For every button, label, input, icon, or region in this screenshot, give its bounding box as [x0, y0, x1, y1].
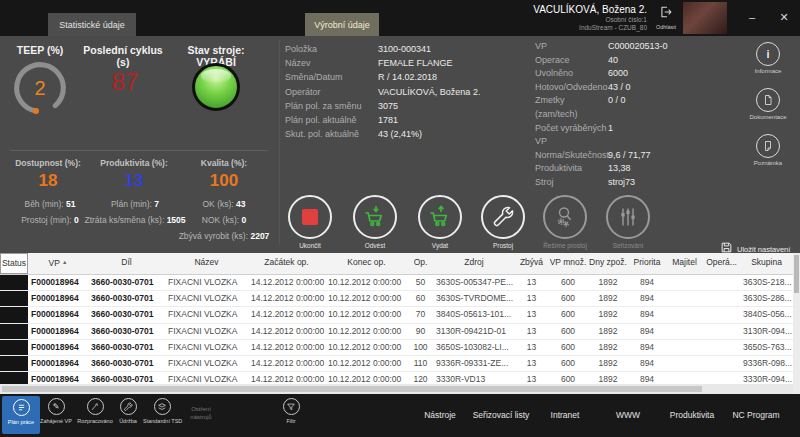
col-header-skupina[interactable]: Skupina	[740, 253, 793, 274]
col-header-majitel[interactable]: Majitel	[666, 253, 703, 274]
link-produktivita[interactable]: Produktivita	[662, 410, 722, 420]
issue-button[interactable]: Vydat	[408, 195, 472, 249]
taskbar: Plán práce ✎ Zahájené VP Rozpracováno Úd…	[0, 394, 800, 437]
close-button[interactable]: ✕	[774, 7, 794, 27]
minimize-button[interactable]: –	[742, 7, 762, 27]
zahajene-vp-label: Zahájené VP	[37, 418, 75, 424]
col-header-status[interactable]: Status	[0, 253, 28, 274]
taskbar-item-filtr[interactable]: Filtr	[272, 398, 310, 424]
plan-prace-label: Plán práce	[2, 419, 40, 425]
status-cell	[0, 340, 28, 355]
downtime-button[interactable]: Prostoj	[471, 195, 535, 249]
shift-label: Směna/Datum	[285, 70, 378, 84]
col-header-nazev[interactable]: Název	[165, 253, 248, 274]
taskbar-item-plan-prace[interactable]: Plán práce	[2, 396, 40, 434]
status-cell	[0, 356, 28, 371]
taskbar-item-standardni-tsd[interactable]: Standardní TSD	[143, 398, 181, 424]
document-icon	[756, 88, 780, 112]
note-icon	[756, 134, 780, 158]
nok-value: 0	[241, 215, 246, 225]
logout-label: Odhlásit	[650, 24, 682, 30]
link-www[interactable]: WWW	[603, 410, 653, 420]
downtime-label: Prostoj (min):	[21, 215, 72, 225]
user-name: VACULÍKOVÁ, Božena 2.	[533, 3, 647, 16]
col-header-zacatek[interactable]: Začátek op.	[248, 253, 325, 274]
vertical-scrollbar[interactable]	[793, 253, 800, 394]
table-row[interactable]: F000018964 3660-0030-0701 FIXACNI VLOZKA…	[0, 356, 793, 372]
order-info-panel: VPC000020513-0 Operace40 Uvolněno6000 Ho…	[535, 40, 740, 190]
col-header-dil[interactable]: Díl	[88, 253, 165, 274]
col-header-op[interactable]: Op.	[408, 253, 433, 274]
setup-button[interactable]: Seřizování	[596, 195, 660, 249]
col-header-dny-zpoz[interactable]: Dny zpož.	[588, 253, 628, 274]
information-label: Informace	[742, 68, 794, 74]
done-value: 43 / 0	[608, 81, 631, 95]
col-header-vp-mnoz[interactable]: VP množ.	[548, 253, 588, 274]
name-value: FEMALE FLANGE	[378, 56, 453, 70]
col-header-vp-label: VP	[49, 258, 60, 268]
udrzba-label: Údržba	[109, 418, 147, 424]
link-intranet[interactable]: Intranet	[540, 410, 590, 420]
horizontal-scrollbar[interactable]	[0, 384, 793, 394]
plan-shift-value: 3075	[378, 99, 398, 113]
col-header-opera[interactable]: Operá...	[703, 253, 740, 274]
link-nastroje[interactable]: Nástroje	[415, 410, 465, 420]
link-nc-program[interactable]: NC Program	[725, 410, 787, 420]
col-header-priorita[interactable]: Priorita	[628, 253, 666, 274]
taskbar-item-udrzba[interactable]: Údržba	[109, 398, 147, 424]
finish-button[interactable]: Ukončit	[278, 195, 342, 249]
table-row[interactable]: F000018964 3660-0030-0701 FIXACNI VLOZKA…	[0, 275, 793, 291]
taskbar-item-zahajene-vp[interactable]: ✎ Zahájené VP	[37, 398, 75, 424]
table-row[interactable]: F000018964 3660-0030-0701 FIXACNI VLOZKA…	[0, 307, 793, 323]
note-button[interactable]: Poznámka	[742, 134, 794, 166]
tab-statistical-data[interactable]: Statistické údaje	[48, 13, 136, 36]
teep-header: TEEP (%)	[10, 44, 70, 56]
operation-value: 40	[608, 54, 618, 68]
item-value: 3100-000341	[378, 42, 431, 56]
scrap-value: 0 / 0	[608, 94, 626, 121]
col-header-vp[interactable]: VP▲	[28, 253, 88, 274]
documentation-button[interactable]: Dokumentace	[742, 88, 794, 120]
stop-icon	[302, 209, 318, 225]
deliver-button[interactable]: Odvést	[343, 195, 407, 249]
vertical-scroll-thumb[interactable]	[794, 255, 799, 293]
production-info-panel: Položka3100-000341 NázevFEMALE FLANGE Sm…	[285, 42, 530, 141]
wrench-icon	[481, 195, 525, 239]
nok-label: NOK (ks):	[202, 215, 239, 225]
actual-current-label: Skut. pol. aktuálně	[285, 127, 378, 141]
solve-downtime-button[interactable]: Řešíme prostoj	[533, 195, 597, 249]
status-cell	[0, 291, 28, 306]
scrap-label: Zmetky (zam/tech)	[535, 94, 608, 121]
table-row[interactable]: F000018964 3660-0030-0701 FIXACNI VLOZKA…	[0, 340, 793, 356]
status-cell	[0, 275, 28, 290]
vp-count-label: Počet vyráběných VP	[535, 122, 608, 149]
col-header-zdroj[interactable]: Zdroj	[433, 253, 515, 274]
link-serizovaci-listy[interactable]: Seřizovací listy	[466, 410, 536, 420]
gear-icon	[87, 398, 104, 415]
table-row[interactable]: F000018964 3660-0030-0701 FIXACNI VLOZKA…	[0, 291, 793, 307]
plan-value: 7	[154, 199, 159, 209]
filtr-label: Filtr	[272, 418, 310, 424]
col-header-konec[interactable]: Konec op.	[325, 253, 408, 274]
machine-label: Stroj	[535, 176, 608, 190]
ok-label: OK (ks):	[202, 199, 233, 209]
information-button[interactable]: i Informace	[742, 42, 794, 74]
horizontal-scroll-thumb[interactable]	[2, 386, 702, 392]
user-info: VACULÍKOVÁ, Božena 2. Osobní číslo:1 Ind…	[533, 3, 647, 32]
panel-divider	[10, 150, 268, 151]
detail-col-ok: OK (ks): 43 NOK (ks): 0 Zbývá vyrobit (k…	[168, 196, 280, 244]
loss-label: Ztráta ks/směna (ks):	[84, 215, 164, 225]
machine-state-light[interactable]	[192, 63, 240, 111]
norm-value: 9,6 / 71,77	[608, 149, 651, 163]
tab-production-data[interactable]: Výrobní údaje	[305, 13, 379, 36]
logout-button[interactable]: Odhlásit	[650, 5, 682, 30]
deliver-label: Odvést	[343, 242, 407, 249]
user-photo[interactable]	[683, 2, 727, 34]
status-cell	[0, 307, 28, 322]
filter-icon	[283, 398, 300, 415]
norm-label: Norma/Skutečnost	[535, 149, 608, 163]
plan-current-value: 1781	[378, 113, 398, 127]
col-header-zbyva[interactable]: Zbývá	[515, 253, 548, 274]
table-row[interactable]: F000018964 3660-0030-0701 FIXACNI VLOZKA…	[0, 324, 793, 340]
sliders-icon	[606, 195, 650, 239]
